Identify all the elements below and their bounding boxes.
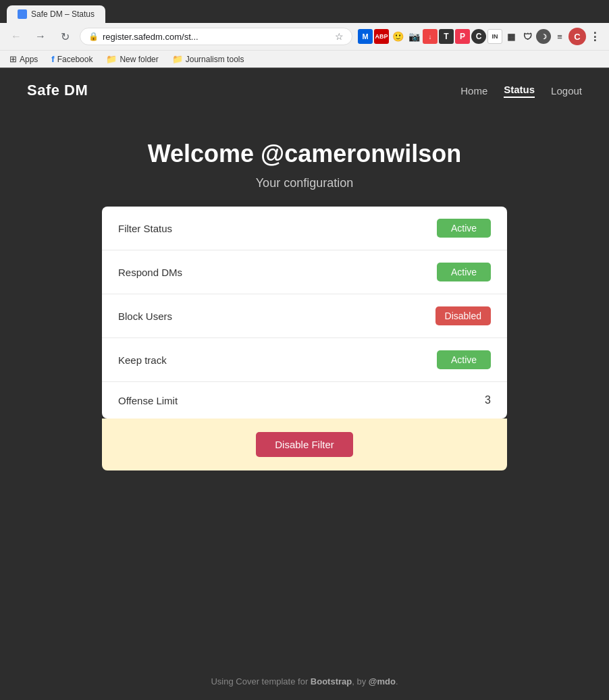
ext-T[interactable]: T: [439, 29, 454, 44]
site-nav: Safe DM Home Status Logout: [0, 68, 609, 113]
config-row-respond-dms: Respond DMs Active: [102, 250, 507, 294]
config-subheading: Your configuration: [256, 176, 353, 190]
config-row-filter-status: Filter Status Active: [102, 207, 507, 250]
config-row-block-users: Block Users Disabled: [102, 294, 507, 338]
folder-icon-2: 📁: [172, 54, 183, 64]
footer-by: , by: [352, 676, 369, 686]
ext-C[interactable]: C: [471, 29, 486, 44]
site-logo: Safe DM: [27, 82, 88, 99]
ext-invidious[interactable]: IN: [487, 29, 502, 44]
block-users-label: Block Users: [118, 311, 172, 322]
bookmark-facebook-label: Facebook: [57, 55, 93, 64]
footer-bootstrap: Bootstrap: [311, 676, 352, 686]
bookmark-journalism-tools[interactable]: 📁 Journalism tools: [169, 53, 247, 65]
config-row-keep-track: Keep track Active: [102, 338, 507, 382]
forward-button[interactable]: →: [31, 27, 50, 46]
block-users-badge[interactable]: Disabled: [435, 306, 491, 325]
site-footer: Using Cover template for Bootstrap, by @…: [0, 663, 609, 700]
page-wrapper: Safe DM Home Status Logout Welcome @came…: [0, 68, 609, 700]
bookmark-facebook[interactable]: f Facebook: [49, 53, 95, 65]
filter-status-badge[interactable]: Active: [437, 219, 491, 238]
folder-icon: 📁: [106, 54, 117, 64]
ext-mozilla[interactable]: M: [358, 29, 373, 44]
address-text: register.safedm.com/st...: [103, 32, 331, 42]
bookmark-apps-label: Apps: [20, 55, 38, 64]
footer-period: .: [396, 676, 398, 686]
ext-dl[interactable]: ↓: [423, 29, 438, 44]
filter-status-label: Filter Status: [118, 223, 172, 234]
footer-author: @mdo: [369, 676, 396, 686]
ext-vpn[interactable]: 🛡: [520, 29, 535, 44]
ext-camera[interactable]: 📷: [406, 29, 421, 44]
respond-dms-label: Respond DMs: [118, 267, 182, 278]
keep-track-badge[interactable]: Active: [437, 350, 491, 369]
bookmark-journalism-label: Journalism tools: [186, 55, 244, 64]
bookmark-new-folder[interactable]: 📁 New folder: [103, 53, 161, 65]
star-icon: ☆: [335, 31, 344, 42]
more-options[interactable]: ⋮: [587, 29, 602, 44]
active-tab[interactable]: Safe DM – Status: [7, 5, 105, 23]
ext-barcode[interactable]: ▦: [504, 29, 519, 44]
address-bar[interactable]: 🔒 register.safedm.com/st... ☆: [80, 28, 352, 45]
nav-status[interactable]: Status: [504, 84, 535, 98]
apps-icon: ⊞: [9, 54, 17, 64]
tab-bar: Safe DM – Status: [0, 0, 609, 23]
bookmark-new-folder-label: New folder: [120, 55, 158, 64]
bookmarks-bar: ⊞ Apps f Facebook 📁 New folder 📁 Journal…: [0, 50, 609, 68]
browser-toolbar: ← → ↻ 🔒 register.safedm.com/st... ☆ M AB…: [0, 23, 609, 50]
browser-chrome: Safe DM – Status ← → ↻ 🔒 register.safedm…: [0, 0, 609, 68]
back-button[interactable]: ←: [7, 27, 26, 46]
main-content: Welcome @cameronwilson Your configuratio…: [0, 113, 609, 663]
offense-limit-value: 3: [485, 394, 491, 406]
tab-favicon: [18, 9, 27, 19]
facebook-icon: f: [51, 54, 54, 64]
reload-button[interactable]: ↻: [55, 27, 74, 46]
ext-pocket[interactable]: P: [455, 29, 470, 44]
action-bar: Disable Filter: [102, 419, 507, 470]
tab-title: Safe DM – Status: [31, 9, 95, 19]
footer-text: Using Cover template for: [211, 676, 310, 686]
ext-abp[interactable]: ABP: [374, 29, 389, 44]
profile-button[interactable]: C: [568, 28, 586, 45]
bookmark-apps[interactable]: ⊞ Apps: [7, 53, 41, 65]
offense-limit-label: Offense Limit: [118, 395, 178, 406]
config-card: Filter Status Active Respond DMs Active …: [102, 207, 507, 419]
nav-home[interactable]: Home: [460, 85, 487, 97]
config-row-offense-limit: Offense Limit 3: [102, 382, 507, 419]
nav-links: Home Status Logout: [460, 84, 582, 98]
extension-icons: M ABP 🙂 📷 ↓ T P C IN ▦ 🛡 ☽ ≡ C ⋮: [358, 28, 602, 45]
ext-menu[interactable]: ≡: [552, 29, 567, 44]
ext-dark[interactable]: ☽: [536, 29, 551, 44]
respond-dms-badge[interactable]: Active: [437, 263, 491, 281]
welcome-heading: Welcome @cameronwilson: [148, 140, 462, 168]
ext-emoji[interactable]: 🙂: [390, 29, 405, 44]
keep-track-label: Keep track: [118, 354, 167, 366]
lock-icon: 🔒: [88, 32, 99, 41]
nav-logout[interactable]: Logout: [551, 85, 582, 97]
disable-filter-button[interactable]: Disable Filter: [256, 432, 353, 457]
